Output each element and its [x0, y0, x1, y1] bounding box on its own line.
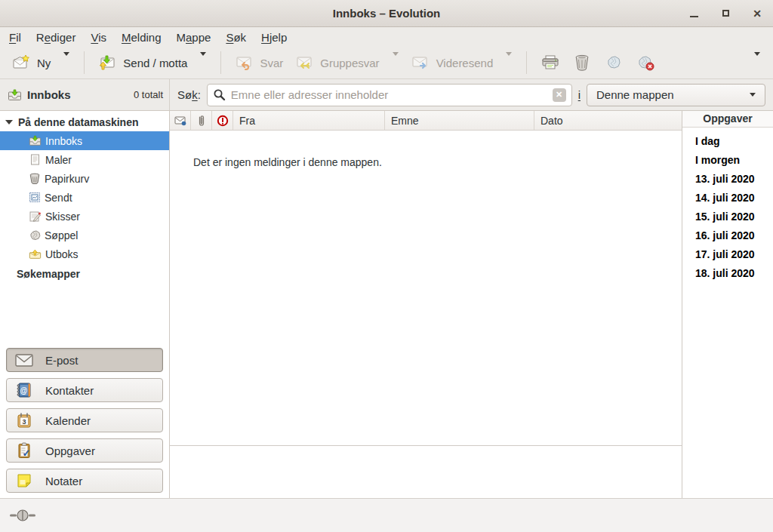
- search-folders-row[interactable]: Søkemapper: [0, 264, 169, 283]
- folder-row-skisser[interactable]: Skisser: [0, 207, 169, 226]
- switcher-calendar-button[interactable]: 3 Kalender: [6, 408, 163, 432]
- folder-row-soppel[interactable]: Søppel: [0, 226, 169, 244]
- window-title: Innboks – Evolution: [0, 0, 773, 26]
- search-scope-label: i: [578, 88, 581, 101]
- message-list-header: Fra Emne Dato: [170, 111, 682, 131]
- forward-dropdown[interactable]: [499, 48, 519, 77]
- search-scope-combo[interactable]: Denne mappen: [587, 84, 765, 106]
- main-area: På denne datamaskinen Innboks: [0, 111, 773, 498]
- account-row[interactable]: På denne datamaskinen: [0, 113, 169, 131]
- switcher-tasks-button[interactable]: ✓ Oppgaver: [6, 438, 163, 463]
- search-entry: ✕: [207, 84, 572, 106]
- current-folder-cell: Innboks 0 totalt: [0, 79, 170, 110]
- menu-melding[interactable]: Melding: [114, 29, 169, 45]
- chevron-down-icon: [750, 93, 756, 97]
- new-message-dropdown[interactable]: [57, 48, 76, 77]
- task-group-today[interactable]: I dag: [682, 132, 773, 151]
- menu-mappe[interactable]: Mappe: [169, 29, 219, 45]
- templates-icon: [29, 154, 42, 165]
- send-receive-button[interactable]: Send / motta: [92, 50, 193, 75]
- contacts-icon: @: [14, 382, 34, 398]
- calendar-icon: 3: [14, 412, 34, 429]
- statusbar: [0, 498, 773, 532]
- task-group-tomorrow[interactable]: I morgen: [682, 151, 773, 170]
- column-from[interactable]: Fra: [233, 111, 385, 130]
- inbox-icon: [8, 89, 22, 101]
- group-reply-dropdown[interactable]: [386, 48, 405, 77]
- forward-button[interactable]: Videresend: [405, 50, 500, 75]
- task-group-date[interactable]: 13. juli 2020: [682, 170, 773, 189]
- task-group-date[interactable]: 18. juli 2020: [682, 264, 773, 283]
- junk-button[interactable]: [598, 49, 630, 76]
- switcher-notes-button[interactable]: Notater: [6, 469, 163, 493]
- folder-row-utboks[interactable]: Utboks: [0, 244, 169, 263]
- folder-total-count: 0 totalt: [134, 89, 163, 100]
- search-icon: [213, 88, 226, 101]
- inbox-icon: [29, 135, 42, 146]
- switcher-mail-button[interactable]: E-post: [6, 348, 163, 372]
- chevron-down-icon: [754, 52, 760, 69]
- not-junk-button[interactable]: [630, 49, 661, 76]
- task-pane-title[interactable]: Oppgaver: [682, 111, 773, 128]
- column-subject[interactable]: Emne: [385, 111, 534, 130]
- window-controls: ✕: [687, 0, 764, 26]
- task-group-date[interactable]: 16. juli 2020: [682, 226, 773, 245]
- trash-icon: [572, 54, 592, 72]
- sent-icon: [29, 192, 41, 203]
- folder-row-papirkurv[interactable]: Papirkurv: [0, 169, 169, 188]
- group-reply-button[interactable]: Gruppesvar: [289, 50, 385, 75]
- switcher-contacts-button[interactable]: @ Kontakter: [6, 378, 163, 402]
- toolbar-separator: [526, 51, 527, 74]
- folder-row-innboks[interactable]: Innboks: [0, 131, 169, 150]
- close-button[interactable]: ✕: [750, 7, 764, 20]
- group-reply-icon: [295, 54, 313, 71]
- new-message-button[interactable]: Ny: [6, 50, 57, 75]
- folder-row-maler[interactable]: Maler: [0, 150, 169, 169]
- column-date[interactable]: Dato: [534, 111, 682, 130]
- task-group-date[interactable]: 17. juli 2020: [682, 245, 773, 264]
- search-input[interactable]: [231, 88, 547, 101]
- svg-text:✓: ✓: [23, 447, 31, 459]
- menu-hjelp[interactable]: Hjelp: [254, 29, 294, 45]
- print-button[interactable]: [534, 49, 566, 76]
- preview-pane: [170, 445, 682, 498]
- column-priority[interactable]: [212, 111, 233, 130]
- task-group-date[interactable]: 14. juli 2020: [682, 189, 773, 208]
- maximize-icon: [722, 10, 729, 17]
- task-pane: Oppgaver I dag I morgen 13. juli 2020 14…: [682, 111, 773, 498]
- reply-button[interactable]: Svar: [229, 50, 289, 75]
- task-group-date[interactable]: 15. juli 2020: [682, 208, 773, 226]
- outbox-icon: [29, 248, 42, 260]
- menu-rediger[interactable]: Rediger: [29, 29, 84, 45]
- close-icon: ✕: [753, 8, 762, 19]
- menu-sok[interactable]: Søk: [218, 29, 254, 45]
- chevron-down-icon: [506, 52, 512, 69]
- send-receive-icon: [98, 54, 116, 71]
- attachment-icon: [197, 114, 206, 128]
- svg-text:3: 3: [22, 418, 26, 426]
- expander-icon[interactable]: [5, 120, 13, 125]
- maximize-button[interactable]: [719, 7, 732, 20]
- search-label: Søk:: [177, 88, 201, 101]
- tasks-icon: ✓: [14, 442, 34, 459]
- folder-row-sendt[interactable]: Sendt: [0, 188, 169, 207]
- forward-icon: [411, 54, 430, 71]
- menu-fil[interactable]: Fil: [2, 29, 29, 45]
- empty-folder-message: Det er ingen meldinger i denne mappen.: [193, 156, 682, 168]
- chevron-down-icon: [200, 52, 206, 69]
- menu-vis[interactable]: Vis: [83, 29, 114, 45]
- message-list-pane: Fra Emne Dato Det er ingen meldinger i d…: [170, 111, 682, 498]
- current-folder-name: Innboks: [27, 88, 71, 101]
- mark-not-junk-icon: [636, 54, 655, 72]
- minimize-button[interactable]: [687, 7, 701, 20]
- notes-icon: [14, 473, 34, 488]
- folder-tree: På denne datamaskinen Innboks: [0, 111, 169, 348]
- search-area: Søk: ✕ i Denne mappen: [170, 79, 773, 110]
- message-list-body[interactable]: Det er ingen meldinger i denne mappen.: [170, 131, 682, 445]
- column-read-status[interactable]: [170, 111, 191, 130]
- toolbar-overflow-button[interactable]: [747, 48, 767, 77]
- send-receive-dropdown[interactable]: [193, 48, 213, 77]
- delete-button[interactable]: [566, 49, 598, 76]
- column-attachment[interactable]: [191, 111, 212, 130]
- clear-search-icon[interactable]: ✕: [553, 88, 566, 102]
